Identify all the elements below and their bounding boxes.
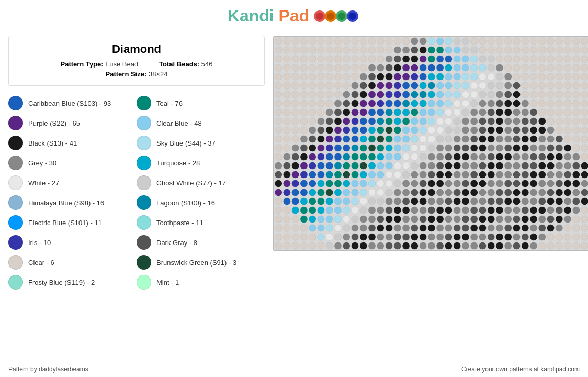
svg-point-797 (513, 216, 521, 223)
svg-point-358 (334, 118, 342, 125)
svg-point-321 (343, 109, 350, 116)
svg-point-877 (547, 234, 555, 241)
svg-point-796 (504, 216, 512, 223)
svg-point-726 (556, 198, 563, 205)
svg-point-424 (573, 127, 580, 134)
svg-point-12 (300, 38, 308, 45)
svg-point-489 (479, 145, 487, 152)
svg-point-652 (573, 180, 580, 187)
svg-point-822 (402, 225, 410, 232)
svg-point-186 (488, 73, 495, 81)
logo-decoration (313, 7, 360, 26)
svg-point-208 (352, 82, 359, 90)
svg-point-267 (530, 91, 537, 98)
svg-point-643 (496, 180, 503, 187)
svg-point-425 (581, 127, 588, 134)
svg-point-755 (479, 207, 487, 214)
color-item-clear-blue: Clear Blue - 48 (137, 113, 265, 133)
svg-point-391 (292, 127, 299, 134)
svg-point-33 (479, 38, 487, 45)
svg-point-290 (402, 100, 410, 107)
svg-point-207 (343, 82, 350, 90)
svg-point-668 (386, 189, 393, 196)
svg-point-869 (479, 234, 487, 241)
svg-point-233 (564, 82, 571, 90)
svg-point-25 (411, 38, 419, 45)
svg-point-879 (564, 234, 571, 241)
svg-point-148 (488, 64, 495, 72)
svg-point-170 (352, 73, 359, 81)
svg-point-226 (504, 82, 512, 90)
svg-point-727 (564, 198, 571, 205)
logo-pad: Pad (279, 6, 310, 25)
svg-point-248 (368, 91, 376, 98)
svg-point-474 (352, 145, 359, 152)
svg-point-659 (309, 189, 316, 196)
svg-point-346 (556, 109, 563, 116)
svg-point-375 (479, 118, 487, 125)
svg-point-641 (479, 180, 487, 187)
svg-point-573 (547, 162, 555, 170)
color-item-black: Black (S13) - 41 (8, 133, 137, 153)
svg-point-500 (573, 145, 580, 152)
svg-point-370 (436, 118, 444, 125)
svg-point-222 (470, 82, 478, 90)
svg-point-510 (334, 153, 342, 161)
svg-point-831 (479, 225, 487, 232)
svg-point-254 (420, 91, 427, 98)
svg-point-904 (454, 242, 461, 250)
svg-point-43 (564, 38, 571, 45)
svg-point-917 (564, 242, 571, 250)
svg-point-764 (556, 207, 563, 214)
svg-point-669 (394, 189, 401, 196)
svg-point-385 (564, 118, 571, 125)
colors-right-col: Teal - 76Clear Blue - 48Sky Blue (S44) -… (137, 93, 265, 292)
color-swatch-toothpaste (137, 215, 151, 230)
svg-point-746 (402, 207, 410, 214)
svg-point-591 (377, 171, 384, 179)
svg-point-479 (394, 145, 401, 152)
svg-point-105 (445, 56, 453, 63)
svg-point-320 (334, 109, 342, 116)
svg-point-162 (284, 73, 291, 81)
svg-point-472 (334, 145, 342, 152)
svg-point-555 (394, 162, 401, 170)
svg-point-860 (402, 234, 410, 241)
svg-point-200 (284, 82, 291, 90)
svg-point-897 (394, 242, 401, 250)
svg-point-262 (488, 91, 495, 98)
svg-point-333 (445, 109, 453, 116)
svg-point-820 (386, 225, 393, 232)
svg-point-684 (522, 189, 529, 196)
color-item-ghost-white: Ghost White (S77) - 17 (137, 173, 265, 193)
svg-point-854 (352, 234, 359, 241)
svg-point-592 (386, 171, 393, 179)
svg-point-683 (513, 189, 521, 196)
svg-point-878 (556, 234, 563, 241)
svg-point-7 (349, 13, 356, 20)
svg-point-468 (300, 145, 308, 152)
svg-point-534 (538, 153, 546, 161)
svg-point-696 (300, 198, 308, 205)
svg-point-907 (479, 242, 487, 250)
color-item-brunswick-green: Brunswick Green (S91) - 3 (137, 252, 265, 272)
svg-point-606 (504, 171, 512, 179)
svg-point-571 (530, 162, 537, 170)
svg-point-126 (300, 64, 308, 72)
svg-point-199 (275, 82, 282, 90)
svg-point-674 (436, 189, 444, 196)
svg-point-836 (522, 225, 529, 232)
colors-left-col: Caribbean Blue (S103) - 93Purple (S22) -… (8, 93, 137, 292)
color-item-caribbean-blue: Caribbean Blue (S103) - 93 (8, 93, 137, 113)
svg-point-437 (360, 136, 367, 143)
svg-point-665 (360, 189, 367, 196)
svg-point-714 (454, 198, 461, 205)
svg-point-143 (445, 64, 453, 72)
svg-point-473 (343, 145, 350, 152)
svg-point-447 (445, 136, 453, 143)
svg-point-846 (284, 234, 291, 241)
svg-point-461 (564, 136, 571, 143)
svg-point-893 (360, 242, 367, 250)
svg-point-39 (530, 38, 537, 45)
svg-point-651 (564, 180, 571, 187)
